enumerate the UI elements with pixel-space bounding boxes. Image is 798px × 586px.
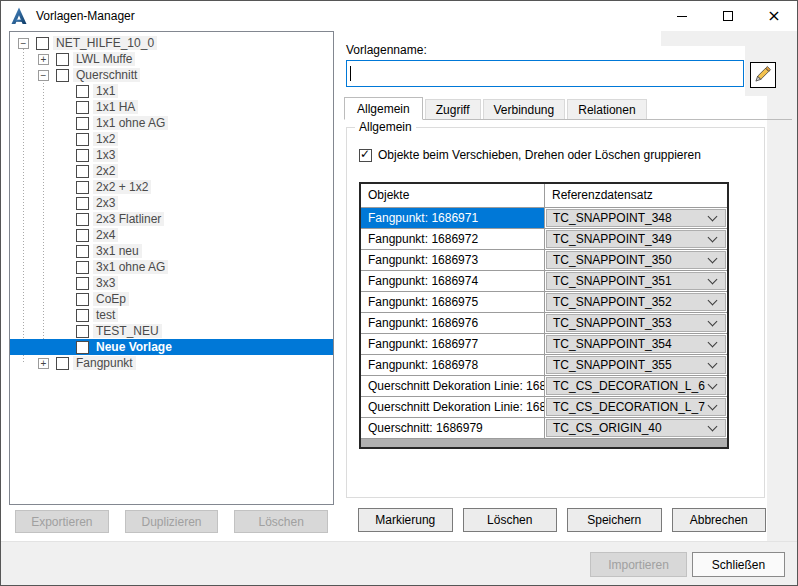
tree-expander-icon[interactable]: + — [38, 358, 49, 369]
objekt-cell[interactable]: Fangpunkt: 1686972 — [361, 229, 544, 249]
loeschen-button[interactable]: Löschen — [463, 508, 558, 532]
objekt-cell[interactable]: Fangpunkt: 1686976 — [361, 313, 544, 333]
chevron-down-icon[interactable] — [708, 316, 718, 326]
referenz-dropdown[interactable]: TC_SNAPPOINT_348 — [546, 209, 726, 227]
tab-zugriff[interactable]: Zugriff — [425, 99, 481, 119]
tree-item-1x3[interactable]: 1x3 — [10, 147, 333, 163]
tab-verbindung[interactable]: Verbindung — [483, 99, 566, 119]
tree-item-checkbox[interactable] — [76, 325, 89, 338]
tree-item-checkbox[interactable] — [76, 229, 89, 242]
referenz-dropdown[interactable]: TC_SNAPPOINT_350 — [546, 251, 726, 269]
tree-item-neue-vorlage[interactable]: Neue Vorlage — [10, 339, 333, 355]
tree-item-checkbox[interactable] — [76, 261, 89, 274]
tree-item-2x2[interactable]: 2x2 — [10, 163, 333, 179]
tree-item-checkbox[interactable] — [76, 149, 89, 162]
close-button[interactable]: × — [751, 1, 797, 31]
referenz-dropdown[interactable]: TC_SNAPPOINT_349 — [546, 230, 726, 248]
chevron-down-icon[interactable] — [708, 421, 718, 431]
vorlagenname-input[interactable] — [346, 60, 744, 87]
edit-pencil-button[interactable] — [750, 62, 776, 88]
tree-item-checkbox[interactable] — [76, 197, 89, 210]
objekt-cell[interactable]: Fangpunkt: 1686973 — [361, 250, 544, 270]
tree-expander-icon[interactable]: + — [38, 54, 49, 65]
tree-item-2x4[interactable]: 2x4 — [10, 227, 333, 243]
objekt-cell[interactable]: Fangpunkt: 1686978 — [361, 355, 544, 375]
tree-item-checkbox[interactable] — [56, 53, 69, 66]
tree-item-checkbox[interactable] — [76, 133, 89, 146]
objekt-cell[interactable]: Querschnitt Dekoration Linie: 1686... — [361, 376, 544, 396]
exportieren-button[interactable]: Exportieren — [15, 510, 109, 533]
chevron-down-icon[interactable] — [708, 337, 718, 347]
tree-item-1x1-ha[interactable]: 1x1 HA — [10, 99, 333, 115]
tree-item-net-hilfe-10-0[interactable]: − NET_HILFE_10_0 — [10, 35, 333, 51]
tree-item-test-neu[interactable]: TEST_NEU — [10, 323, 333, 339]
referenz-dropdown[interactable]: TC_CS_DECORATION_L_6 — [546, 377, 726, 395]
objekt-cell[interactable]: Fangpunkt: 1686974 — [361, 271, 544, 291]
tree-item-checkbox[interactable] — [76, 293, 89, 306]
tree-expander-icon[interactable]: − — [38, 70, 49, 81]
importieren-button[interactable]: Importieren — [590, 552, 687, 577]
tree-item-test[interactable]: test — [10, 307, 333, 323]
tree-item-checkbox[interactable] — [76, 213, 89, 226]
duplizieren-button[interactable]: Duplizieren — [125, 510, 219, 533]
tree-item-checkbox[interactable] — [76, 277, 89, 290]
tree-item-label: 2x3 — [93, 196, 118, 210]
tree-item-coep[interactable]: CoEp — [10, 291, 333, 307]
objekt-cell[interactable]: Querschnitt Dekoration Linie: 1687... — [361, 397, 544, 417]
objekt-cell[interactable]: Fangpunkt: 1686971 — [361, 208, 544, 228]
chevron-down-icon[interactable] — [708, 400, 718, 410]
abbrechen-button[interactable]: Abbrechen — [672, 508, 767, 532]
tree-item-2x2-1x2[interactable]: 2x2 + 1x2 — [10, 179, 333, 195]
tree-item-1x1-ohne-ag[interactable]: 1x1 ohne AG — [10, 115, 333, 131]
tree-item-checkbox[interactable] — [76, 245, 89, 258]
minimize-button[interactable] — [659, 1, 705, 31]
speichern-button[interactable]: Speichern — [567, 508, 662, 532]
referenz-dropdown[interactable]: TC_SNAPPOINT_355 — [546, 356, 726, 374]
tree-item-checkbox[interactable] — [76, 309, 89, 322]
tree-item-1x1[interactable]: 1x1 — [10, 83, 333, 99]
tree-item-2x3-flatliner[interactable]: 2x3 Flatliner — [10, 211, 333, 227]
objekt-cell[interactable]: Fangpunkt: 1686977 — [361, 334, 544, 354]
referenz-dropdown[interactable]: TC_SNAPPOINT_351 — [546, 272, 726, 290]
tree-item-checkbox[interactable] — [76, 101, 89, 114]
objekt-cell[interactable]: Querschnitt: 1686979 — [361, 418, 544, 438]
referenz-dropdown[interactable]: TC_CS_DECORATION_L_7 — [546, 398, 726, 416]
chevron-down-icon[interactable] — [708, 274, 718, 284]
chevron-down-icon[interactable] — [708, 379, 718, 389]
tree-item-3x1-ohne-ag[interactable]: 3x1 ohne AG — [10, 259, 333, 275]
tree-item-checkbox[interactable] — [76, 85, 89, 98]
tree-item-checkbox[interactable] — [56, 69, 69, 82]
chevron-down-icon[interactable] — [708, 232, 718, 242]
loeschen-button[interactable]: Löschen — [234, 510, 328, 533]
tree-item-querschnitt[interactable]: − Querschnitt — [10, 67, 333, 83]
tab-allgemein[interactable]: Allgemein — [344, 97, 423, 120]
tree-item-checkbox[interactable] — [76, 165, 89, 178]
chevron-down-icon[interactable] — [708, 211, 718, 221]
tree-item-3x1-neu[interactable]: 3x1 neu — [10, 243, 333, 259]
maximize-button[interactable] — [705, 1, 751, 31]
referenz-dropdown[interactable]: TC_SNAPPOINT_353 — [546, 314, 726, 332]
tree-item-checkbox[interactable] — [76, 181, 89, 194]
table-body: Fangpunkt: 1686971 TC_SNAPPOINT_348 Fang… — [361, 207, 727, 438]
tree-item-fangpunkt[interactable]: + Fangpunkt — [10, 355, 333, 371]
referenz-dropdown[interactable]: TC_SNAPPOINT_352 — [546, 293, 726, 311]
chevron-down-icon[interactable] — [708, 295, 718, 305]
chevron-down-icon[interactable] — [708, 358, 718, 368]
chevron-down-icon[interactable] — [708, 253, 718, 263]
tab-relationen[interactable]: Relationen — [567, 99, 646, 119]
tree-item-3x3[interactable]: 3x3 — [10, 275, 333, 291]
gruppieren-checkbox[interactable]: ✓ — [359, 149, 372, 162]
tree-item-checkbox[interactable] — [76, 117, 89, 130]
tree-item-2x3[interactable]: 2x3 — [10, 195, 333, 211]
schliessen-button[interactable]: Schließen — [692, 552, 785, 577]
tree-item-checkbox[interactable] — [56, 357, 69, 370]
tree-item-checkbox[interactable] — [76, 341, 89, 354]
markierung-button[interactable]: Markierung — [358, 508, 453, 532]
objekt-cell[interactable]: Fangpunkt: 1686975 — [361, 292, 544, 312]
referenz-dropdown[interactable]: TC_CS_ORIGIN_40 — [546, 419, 726, 437]
tree-item-checkbox[interactable] — [36, 37, 49, 50]
tree-item-lwl-muffe[interactable]: + LWL Muffe — [10, 51, 333, 67]
tree-expander-icon[interactable]: − — [18, 38, 29, 49]
tree-item-1x2[interactable]: 1x2 — [10, 131, 333, 147]
referenz-dropdown[interactable]: TC_SNAPPOINT_354 — [546, 335, 726, 353]
